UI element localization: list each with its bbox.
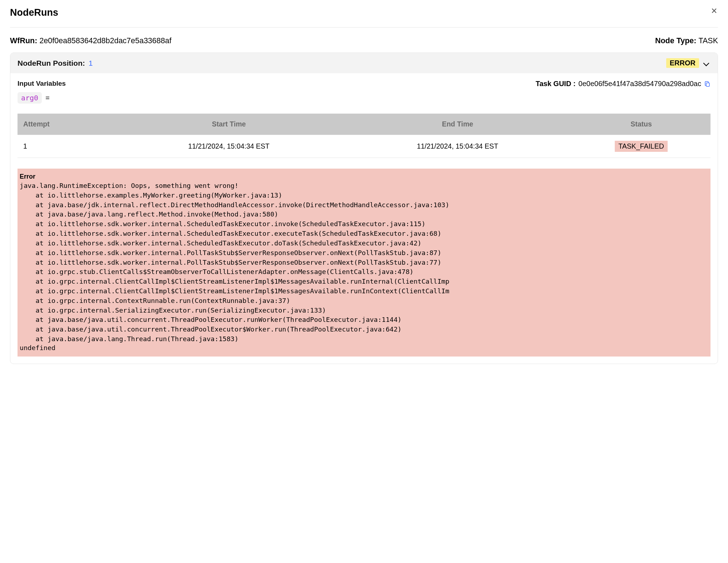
header: NodeRuns ✕: [10, 7, 718, 28]
status-badge: ERROR: [666, 58, 699, 68]
col-start: Start Time: [115, 114, 343, 135]
task-guid: Task GUID : 0e0e06f5e41f47a38d54790a298a…: [535, 80, 710, 88]
cell-status: TASK_FAILED: [572, 135, 710, 158]
undefined-label: undefined: [18, 344, 710, 352]
table-row[interactable]: 1 11/21/2024, 15:04:34 EST 11/21/2024, 1…: [18, 135, 710, 158]
wfrun-label: WfRun:: [10, 36, 37, 45]
accordion-body: Input Variables Task GUID : 0e0e06f5e41f…: [10, 73, 718, 364]
noderun-accordion: NodeRun Position: 1 ERROR Input Variable…: [10, 53, 718, 364]
input-vars-label: Input Variables: [18, 80, 66, 88]
arg-row: arg0 =: [18, 92, 710, 104]
page-title: NodeRuns: [10, 7, 58, 18]
cell-attempt: 1: [18, 135, 115, 158]
cell-end: 11/21/2024, 15:04:34 EST: [343, 135, 572, 158]
position-value: 1: [89, 59, 93, 68]
col-status: Status: [572, 114, 710, 135]
nodetype-label: Node Type:: [655, 36, 696, 45]
error-trace: java.lang.RuntimeException: Oops, someth…: [18, 181, 710, 344]
col-attempt: Attempt: [18, 114, 115, 135]
task-guid-value: 0e0e06f5e41f47a38d54790a298ad0ac: [578, 80, 701, 88]
error-title: Error: [18, 173, 710, 180]
copy-icon[interactable]: [704, 80, 710, 88]
nodetype-value: TASK: [698, 36, 718, 45]
close-icon[interactable]: ✕: [710, 7, 718, 15]
attempts-table: Attempt Start Time End Time Status 1 11/…: [18, 114, 710, 158]
cell-start: 11/21/2024, 15:04:34 EST: [115, 135, 343, 158]
wfrun-id: 2e0f0ea8583642d8b2dac7e5a33688af: [39, 36, 171, 45]
svg-rect-0: [706, 83, 709, 86]
arg-chip: arg0: [18, 92, 42, 104]
col-end: End Time: [343, 114, 572, 135]
accordion-header[interactable]: NodeRun Position: 1 ERROR: [10, 53, 718, 73]
chevron-down-icon[interactable]: [703, 60, 709, 66]
info-row: WfRun: 2e0f0ea8583642d8b2dac7e5a33688af …: [10, 36, 718, 45]
equals-sign: =: [45, 94, 50, 102]
table-header-row: Attempt Start Time End Time Status: [18, 114, 710, 135]
error-block: Error java.lang.RuntimeException: Oops, …: [18, 169, 710, 357]
task-guid-label: Task GUID :: [535, 80, 575, 88]
position-label: NodeRun Position:: [18, 59, 85, 68]
status-failed-badge: TASK_FAILED: [615, 141, 668, 152]
